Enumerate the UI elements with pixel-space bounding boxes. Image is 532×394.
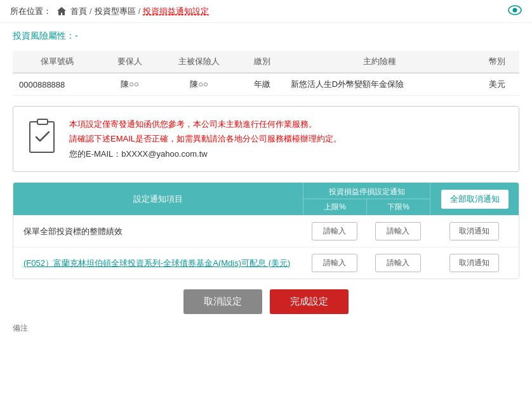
invest-subheaders: 上限% 下限%: [303, 199, 430, 215]
main-container: 投資風險屬性：- 保單號碼 要保人 主被保險人 繳別 主約險種 幣別 00008…: [0, 23, 532, 346]
row2-lower-input-button[interactable]: 請輸入: [375, 254, 421, 272]
notice-box: 本項設定僅寄發通知函供您參考，本公司未主動進行任何作業服務。 請確認下述EMAI…: [13, 106, 519, 172]
settings-header: 設定通知項目 投資損益停損設定通知 上限% 下限% 全部取消通知: [13, 183, 519, 215]
breadcrumb-sep1: /: [90, 6, 92, 16]
row2-input-lower[interactable]: 請輸入: [366, 254, 430, 272]
cell-currency: 美元: [475, 73, 519, 96]
clipboard-icon: [26, 117, 59, 155]
row1-title: 保單全部投資標的整體績效: [13, 226, 303, 237]
cancel-setting-button[interactable]: 取消設定: [183, 289, 262, 314]
row1-cancel-button[interactable]: 取消通知: [449, 222, 499, 240]
cell-policy-no: 0000888888: [13, 73, 102, 96]
policy-table-header: 保單號碼 要保人 主被保險人 繳別 主約險種 幣別: [13, 51, 519, 73]
row2-cancel[interactable]: 取消通知: [430, 254, 519, 272]
home-icon: [57, 6, 67, 16]
row1-lower-input-button[interactable]: 請輸入: [375, 222, 421, 240]
settings-section: 設定通知項目 投資損益停損設定通知 上限% 下限% 全部取消通知 保單全部投資標…: [13, 182, 519, 279]
breadcrumb-current: 投資損益通知設定: [143, 6, 209, 17]
cancel-all-button[interactable]: 全部取消通知: [441, 190, 509, 209]
table-row: 0000888888 陳○○ 陳○○ 年繳 新悠活人生D外幣變額年金保險 美元: [13, 73, 519, 96]
row1-cancel[interactable]: 取消通知: [430, 222, 519, 240]
visibility-toggle-button[interactable]: [508, 5, 522, 17]
risk-label: 投資風險屬性：-: [13, 30, 519, 42]
notice-line3: 您的E-MAIL：bXXXX@yahoo.com.tw: [69, 147, 342, 161]
svg-rect-3: [37, 119, 48, 124]
breadcrumb-sep2: /: [138, 6, 141, 16]
notice-line1: 本項設定僅寄發通知函供您參考，本公司未主動進行任何作業服務。: [69, 117, 342, 131]
col-currency: 幣別: [475, 51, 519, 73]
cell-payment: 年繳: [240, 73, 284, 96]
notice-line2: 請確認下述EMAIL是否正確，如需異動請洽各地分公司服務櫃檯辦理約定。: [69, 131, 342, 146]
col-product: 主約險種: [284, 51, 475, 73]
col-insurer: 要保人: [102, 51, 158, 73]
cell-product: 新悠活人生D外幣變額年金保險: [284, 73, 475, 96]
settings-row-2: (F052）富蘭克林坦伯頓全球投資系列-全球債券基金A(Mdis)可配息 (美元…: [13, 247, 519, 279]
col-insured: 主被保險人: [158, 51, 240, 73]
breadcrumb: 所在位置： 首頁 / 投資型專區 / 投資損益通知設定: [10, 6, 209, 17]
breadcrumb-home[interactable]: 首頁: [70, 6, 87, 17]
notice-text: 本項設定僅寄發通知函供您參考，本公司未主動進行任何作業服務。 請確認下述EMAI…: [69, 117, 342, 161]
eye-icon: [508, 5, 522, 15]
row2-title: (F052）富蘭克林坦伯頓全球投資系列-全球債券基金A(Mdis)可配息 (美元…: [13, 258, 303, 269]
row1-input-upper[interactable]: 請輸入: [303, 222, 366, 240]
complete-setting-button[interactable]: 完成設定: [270, 289, 349, 314]
svg-rect-2: [30, 122, 54, 152]
row2-title-link[interactable]: (F052）富蘭克林坦伯頓全球投資系列-全球債券基金A(Mdis)可配息 (美元…: [23, 258, 290, 268]
breadcrumb-level2[interactable]: 投資型專區: [95, 6, 136, 17]
breadcrumb-bar: 所在位置： 首頁 / 投資型專區 / 投資損益通知設定: [0, 0, 532, 23]
row2-upper-input-button[interactable]: 請輸入: [312, 254, 357, 272]
settings-col-cancel[interactable]: 全部取消通知: [430, 183, 519, 215]
breadcrumb-prefix: 所在位置：: [10, 6, 51, 17]
settings-col-invest: 投資損益停損設定通知 上限% 下限%: [303, 183, 430, 215]
policy-table: 保單號碼 要保人 主被保險人 繳別 主約險種 幣別 0000888888 陳○○…: [13, 51, 519, 96]
settings-row-1: 保單全部投資標的整體績效 請輸入 請輸入 取消通知: [13, 215, 519, 247]
col-payment: 繳別: [240, 51, 284, 73]
row2-cancel-button[interactable]: 取消通知: [449, 254, 499, 272]
row1-input-lower[interactable]: 請輸入: [366, 222, 430, 240]
svg-point-1: [513, 8, 517, 13]
cell-insured: 陳○○: [158, 73, 240, 96]
cell-insurer: 陳○○: [102, 73, 158, 96]
row2-input-upper[interactable]: 請輸入: [303, 254, 366, 272]
settings-col-title: 設定通知項目: [13, 183, 303, 215]
footer-note: 備注: [13, 320, 519, 339]
row1-upper-input-button[interactable]: 請輸入: [312, 222, 357, 240]
col-policy-no: 保單號碼: [13, 51, 102, 73]
action-buttons: 取消設定 完成設定: [13, 289, 519, 314]
